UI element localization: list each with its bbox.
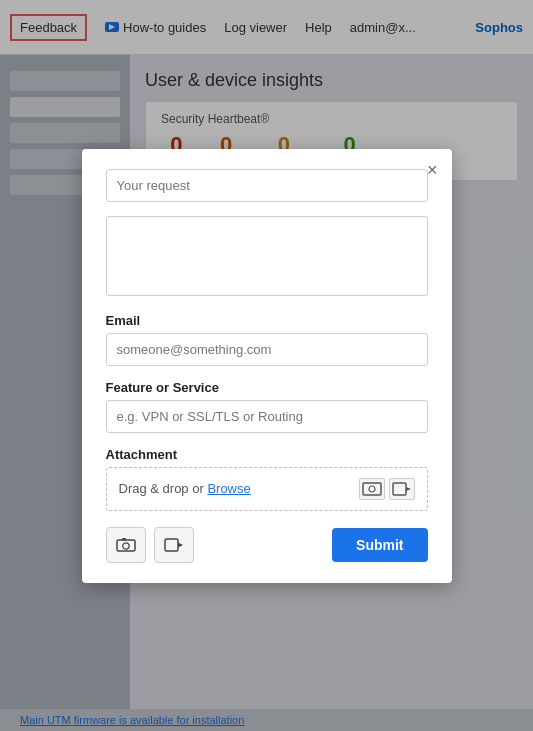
video-button[interactable] <box>154 527 194 563</box>
modal-footer: Submit <box>106 527 428 563</box>
footer-left-buttons <box>106 527 194 563</box>
svg-rect-2 <box>393 483 406 495</box>
svg-rect-0 <box>363 483 381 495</box>
attach-image-button[interactable] <box>359 478 385 500</box>
image-icon <box>362 481 382 497</box>
attachment-group: Attachment Drag & drop or Browse <box>106 447 428 511</box>
svg-point-5 <box>122 542 128 548</box>
description-group <box>106 216 428 299</box>
modal-close-button[interactable]: × <box>427 161 438 179</box>
feature-input[interactable] <box>106 400 428 433</box>
svg-marker-3 <box>406 487 411 491</box>
browse-link[interactable]: Browse <box>207 481 250 496</box>
modal-overlay: × Email Feature or Service Attachment Dr… <box>0 0 533 731</box>
camera-icon <box>116 537 136 553</box>
feature-label: Feature or Service <box>106 380 428 395</box>
attachment-drop-area[interactable]: Drag & drop or Browse <box>106 467 428 511</box>
attach-video-button[interactable] <box>389 478 415 500</box>
attachment-label: Attachment <box>106 447 428 462</box>
email-group: Email <box>106 313 428 366</box>
submit-button[interactable]: Submit <box>332 528 427 562</box>
feature-group: Feature or Service <box>106 380 428 433</box>
svg-point-1 <box>369 486 375 492</box>
description-textarea[interactable] <box>106 216 428 296</box>
email-input[interactable] <box>106 333 428 366</box>
svg-rect-7 <box>165 539 178 551</box>
video-icon <box>392 481 412 497</box>
request-group <box>106 169 428 202</box>
video-record-icon <box>164 537 184 553</box>
request-input[interactable] <box>106 169 428 202</box>
attachment-icon-buttons <box>359 478 415 500</box>
email-label: Email <box>106 313 428 328</box>
feedback-modal: × Email Feature or Service Attachment Dr… <box>82 149 452 583</box>
camera-button[interactable] <box>106 527 146 563</box>
svg-rect-6 <box>122 538 126 541</box>
drag-drop-text: Drag & drop or Browse <box>119 481 251 496</box>
svg-marker-8 <box>178 542 183 547</box>
